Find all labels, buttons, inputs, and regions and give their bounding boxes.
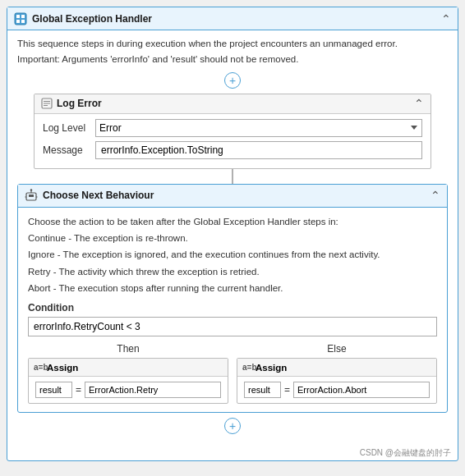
add-step-button-bottom[interactable]: + (224, 418, 241, 434)
choose-next-panel: Choose Next Behaviour ⌃ Choose the actio… (17, 184, 448, 414)
exception-handler-icon (14, 12, 27, 25)
condition-label: Condition (28, 302, 437, 314)
global-exception-panel: Global Exception Handler ⌃ This sequence… (7, 7, 458, 461)
assign-then-title: Assign (47, 363, 78, 373)
main-panel-title: Global Exception Handler (32, 13, 152, 25)
log-error-body: Log Level Error Message (35, 114, 430, 168)
log-error-panel: Log Error ⌃ Log Level Error Message (34, 94, 431, 169)
log-error-title: Log Error (57, 98, 102, 109)
assign-then-equals: = (76, 384, 81, 396)
assign-then-header: a=b Assign (29, 359, 228, 377)
then-branch: Then a=b Assign = (28, 343, 228, 404)
svg-point-13 (30, 189, 32, 190)
main-panel-header-left: Global Exception Handler (14, 12, 152, 25)
svg-rect-3 (16, 20, 20, 23)
add-button-row-bottom: + (17, 418, 448, 434)
assign-else-header: a=b Assign (237, 359, 436, 377)
log-error-icon (41, 98, 53, 109)
condition-input[interactable] (28, 317, 437, 336)
watermark: CSDN @会融键盘的肘子 (7, 444, 458, 460)
choose-desc-2: Continue - The exception is re-thrown. (28, 231, 437, 245)
then-else-row: Then a=b Assign = (28, 343, 437, 404)
then-label: Then (117, 343, 139, 355)
assign-else-box: a=b Assign = (237, 358, 437, 404)
else-branch: Else a=b Assign = (237, 343, 437, 404)
message-label: Message (43, 144, 89, 156)
connector-svg-1 (232, 169, 233, 184)
choose-panel-title: Choose Next Behaviour (43, 190, 154, 201)
log-level-label: Log Level (43, 122, 89, 134)
log-error-collapse-button[interactable]: ⌃ (414, 98, 424, 109)
log-level-select[interactable]: Error (95, 119, 422, 137)
message-row: Message (43, 141, 422, 159)
assign-then-var-input[interactable] (35, 382, 72, 398)
choose-desc-5: Abort - The execution stops after runnin… (28, 281, 437, 295)
assign-else-var-input[interactable] (244, 382, 281, 398)
main-panel-header: Global Exception Handler ⌃ (7, 7, 458, 30)
choose-collapse-button[interactable]: ⌃ (430, 190, 440, 201)
svg-rect-1 (16, 15, 20, 18)
svg-rect-10 (29, 195, 31, 197)
choose-icon (25, 189, 38, 202)
desc-text-1: This sequence steps in during execution … (17, 37, 448, 51)
desc-text-2: Important: Arguments 'errorInfo' and 're… (17, 53, 448, 66)
assign-else-title: Assign (256, 363, 287, 373)
svg-rect-11 (31, 195, 34, 197)
assign-else-body: = (237, 377, 436, 403)
choose-desc-4: Retry - The activity which threw the exc… (28, 264, 437, 279)
connector-line-1 (17, 169, 448, 184)
message-input[interactable] (95, 141, 422, 159)
choose-desc-3: Ignore - The exception is ignored, and t… (28, 247, 437, 262)
assign-then-icon: a=b (34, 363, 44, 373)
main-panel-body: This sequence steps in during execution … (7, 30, 458, 444)
choose-desc-1: Choose the action to be taken after the … (28, 214, 437, 229)
log-error-header-left: Log Error (41, 98, 102, 109)
choose-header-left: Choose Next Behaviour (25, 189, 154, 202)
assign-else-value-input[interactable] (293, 382, 430, 398)
svg-rect-0 (15, 13, 26, 25)
log-level-row: Log Level Error (43, 119, 422, 137)
assign-then-value-input[interactable] (85, 382, 221, 398)
log-error-header: Log Error ⌃ (35, 94, 430, 114)
choose-body: Choose the action to be taken after the … (18, 208, 447, 413)
assign-else-equals: = (284, 384, 290, 396)
main-collapse-button[interactable]: ⌃ (441, 13, 451, 25)
add-button-row-top: + (17, 72, 448, 89)
svg-rect-4 (21, 20, 25, 23)
assign-then-body: = (29, 377, 228, 403)
assign-else-icon: a=b (242, 363, 252, 373)
else-label: Else (327, 343, 346, 355)
svg-rect-2 (21, 15, 25, 18)
add-step-button[interactable]: + (224, 72, 241, 89)
assign-then-box: a=b Assign = (28, 358, 228, 404)
choose-header: Choose Next Behaviour ⌃ (18, 185, 447, 208)
